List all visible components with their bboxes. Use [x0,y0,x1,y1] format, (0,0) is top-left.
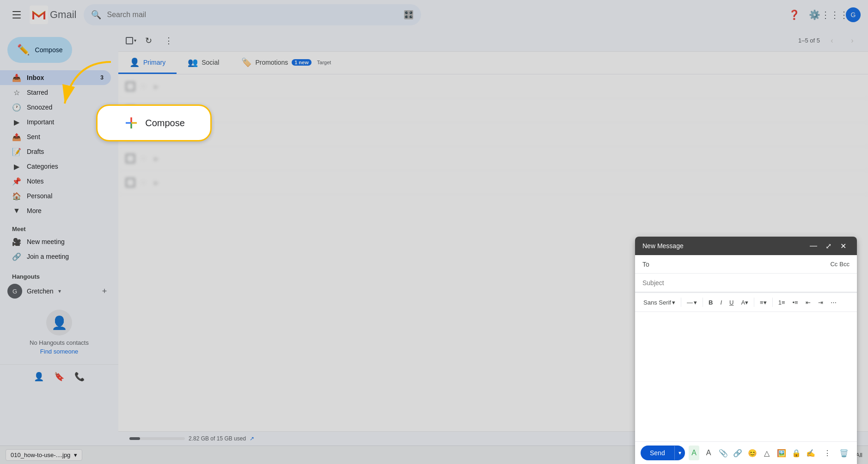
format-more-button[interactable]: ⋯ [828,296,839,309]
bcc-button[interactable]: Bcc [839,261,850,268]
compose-link-button[interactable]: 🔗 [732,446,743,460]
to-label: To [642,261,657,268]
format-divider-3 [754,298,754,307]
send-button-group: Send ▾ [641,446,685,460]
font-family-chevron: ▾ [672,299,675,306]
send-dropdown-button[interactable]: ▾ [674,446,685,460]
compose-emoji-button[interactable]: 😊 [747,446,758,460]
compose-window: New Message — ⤢ ✕ To Cc Bcc Sans Serif ▾… [635,237,857,464]
compose-minimize-button[interactable]: — [807,239,820,252]
compose-toolbar-right: ⋮ 🗑️ [820,446,851,460]
to-field-actions: Cc Bcc [830,261,850,268]
format-align-button[interactable]: ≡▾ [757,296,770,309]
compose-popup-highlight: Compose [96,104,212,141]
font-family-label: Sans Serif [643,299,671,306]
compose-signature-button[interactable]: ✍️ [805,446,816,460]
to-field: To Cc Bcc [635,255,857,274]
format-underline-button[interactable]: U [727,296,736,309]
compose-more-options-button[interactable]: ⋮ [820,446,835,460]
format-divider-4 [772,298,773,307]
format-indent-increase-button[interactable]: ⇥ [815,296,826,309]
compose-fields: To Cc Bcc [635,255,857,293]
format-text-color-button[interactable]: A▾ [738,296,751,309]
format-font-family[interactable]: Sans Serif ▾ [641,296,678,309]
format-divider-1 [681,298,681,307]
format-divider-2 [703,298,703,307]
subject-field [635,274,857,292]
compose-body[interactable] [635,312,857,441]
compose-plus-cross-icon [123,115,140,131]
subject-input[interactable] [642,279,850,287]
to-input[interactable] [657,261,830,268]
cc-button[interactable]: Cc [830,261,837,268]
compose-formatting-toggle[interactable]: A [689,446,700,460]
compose-discard-button[interactable]: 🗑️ [837,446,851,460]
compose-header-buttons: — ⤢ ✕ [807,239,850,252]
format-font-size[interactable]: — ▾ [684,296,700,309]
format-bullet-list-button[interactable]: •≡ [789,296,801,309]
compose-text-color-btn[interactable]: A [703,446,714,460]
send-button[interactable]: Send [641,446,674,460]
format-bold-button[interactable]: B [706,296,715,309]
format-italic-button[interactable]: I [717,296,725,309]
compose-window-title: New Message [642,242,807,250]
compose-confidential-button[interactable]: 🔒 [791,446,802,460]
compose-drive-button[interactable]: △ [762,446,773,460]
compose-attach-button[interactable]: 📎 [718,446,729,460]
format-numbered-list-button[interactable]: 1≡ [776,296,788,309]
compose-photo-button[interactable]: 🖼️ [776,446,787,460]
compose-popup-label: Compose [145,118,185,128]
compose-footer: Send ▾ A A 📎 🔗 😊 △ 🖼️ 🔒 ✍️ ⋮ 🗑️ [635,441,857,464]
compose-popup-btn[interactable]: Compose [112,115,196,131]
compose-formatting-toolbar: Sans Serif ▾ — ▾ B I U A▾ ≡▾ 1≡ •≡ ⇤ ⇥ ⋯ [635,293,857,312]
compose-maximize-button[interactable]: ⤢ [822,239,835,252]
compose-close-button[interactable]: ✕ [837,239,850,252]
format-indent-decrease-button[interactable]: ⇤ [803,296,813,309]
compose-header[interactable]: New Message — ⤢ ✕ [635,237,857,255]
